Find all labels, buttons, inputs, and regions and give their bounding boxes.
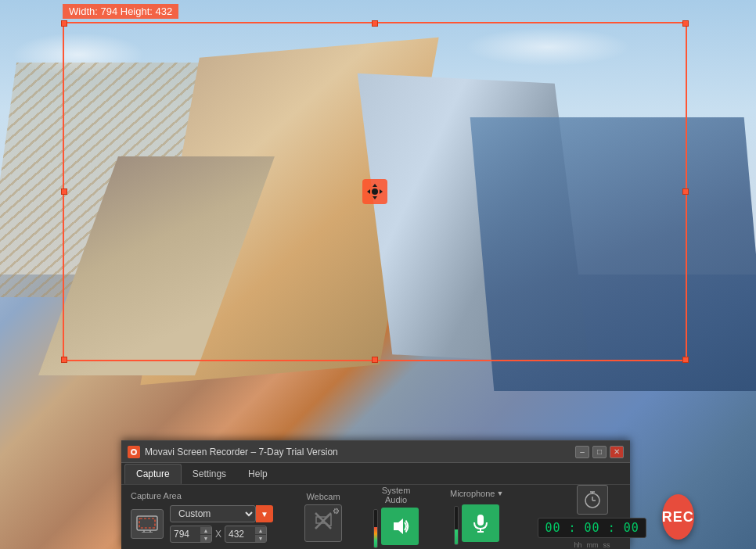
preset-dropdown[interactable]: Custom Full Screen 1920×1080 1280×720 (170, 505, 256, 522)
app-title: Movavi Screen Recorder – 7-Day Trial Ver… (145, 447, 575, 458)
toolbar-panel: Movavi Screen Recorder – 7-Day Trial Ver… (121, 440, 630, 549)
resize-handle-tl[interactable] (61, 20, 67, 27)
height-input-wrap: ▲ ▼ (225, 526, 267, 543)
minimize-button[interactable]: – (575, 446, 589, 458)
webcam-off-icon (313, 511, 333, 536)
svg-marker-2 (373, 196, 377, 199)
timer-mm-label: mm (587, 541, 599, 549)
capture-area-controls: Custom Full Screen 1920×1080 1280×720 ▼ (170, 505, 273, 543)
svg-point-6 (132, 450, 135, 454)
maximize-button[interactable]: □ (592, 446, 607, 458)
system-audio-label: System Audio (373, 486, 419, 504)
width-down-button[interactable]: ▼ (200, 535, 211, 542)
resize-handle-br[interactable] (682, 357, 689, 363)
app-icon (128, 446, 140, 458)
tab-settings[interactable]: Settings (182, 464, 237, 484)
title-bar: Movavi Screen Recorder – 7-Day Trial Ver… (121, 441, 630, 463)
system-audio-controls (373, 508, 419, 548)
gear-icon: ⚙ (333, 507, 340, 515)
system-audio-level-fill (374, 527, 377, 547)
svg-rect-15 (477, 515, 484, 526)
preset-dropdown-row: Custom Full Screen 1920×1080 1280×720 ▼ (170, 505, 273, 522)
resize-handle-bm[interactable] (372, 357, 378, 363)
timer-section: 00 : 00 : 00 hh mm ss (538, 485, 646, 549)
dimension-label: Width: 794 Height: 432 (63, 4, 178, 19)
height-spinner: ▲ ▼ (255, 527, 266, 542)
microphone-controls (454, 504, 499, 545)
screen-select-button[interactable] (131, 509, 164, 539)
timer-display: 00 : 00 : 00 (538, 518, 646, 538)
svg-rect-11 (139, 518, 155, 528)
microphone-toggle-button[interactable] (462, 504, 499, 542)
microphone-dropdown-icon: ▼ (496, 490, 503, 497)
microphone-section: Microphone ▼ (450, 489, 503, 545)
resize-handle-ml[interactable] (61, 188, 67, 195)
width-up-button[interactable]: ▲ (200, 527, 211, 534)
main-controls: Capture Area Custom (121, 485, 630, 549)
tab-capture[interactable]: Capture (124, 464, 182, 484)
height-down-button[interactable]: ▼ (255, 535, 266, 542)
resize-handle-tm[interactable] (372, 20, 378, 27)
capture-area-label: Capture Area (131, 491, 273, 501)
microphone-header: Microphone ▼ (450, 489, 503, 498)
microphone-label: Microphone (450, 489, 495, 498)
width-spinner: ▲ ▼ (200, 527, 211, 542)
webcam-section: Webcam ⚙ (304, 492, 342, 542)
resize-handle-mr[interactable] (682, 188, 689, 195)
resize-handle-tr[interactable] (682, 20, 689, 27)
timer-hh-label: hh (574, 541, 582, 549)
size-input-row: ▲ ▼ X ▲ ▼ (170, 526, 273, 543)
close-button[interactable]: ✕ (610, 446, 624, 458)
microphone-level-bar (454, 506, 459, 545)
window-controls: – □ ✕ (575, 446, 624, 458)
capture-controls: Custom Full Screen 1920×1080 1280×720 ▼ (131, 505, 273, 543)
svg-point-0 (372, 188, 378, 195)
dropdown-arrow-button[interactable]: ▼ (256, 505, 273, 522)
system-audio-level-bar (373, 509, 378, 548)
webcam-button[interactable]: ⚙ (304, 504, 342, 542)
capture-area-section: Capture Area Custom (131, 491, 273, 543)
svg-marker-14 (394, 518, 403, 534)
capture-area-overlay (63, 22, 687, 361)
system-audio-toggle-button[interactable] (381, 508, 419, 545)
system-audio-section: System Audio (373, 486, 419, 548)
width-input-wrap: ▲ ▼ (170, 526, 212, 543)
menu-bar: Capture Settings Help (121, 463, 630, 485)
timer-ss-label: ss (603, 541, 610, 549)
size-x-separator: X (215, 529, 221, 540)
webcam-label: Webcam (306, 492, 340, 501)
record-button[interactable]: REC (662, 494, 694, 540)
microphone-level-fill (455, 529, 458, 544)
timer-clock-button[interactable] (577, 485, 608, 515)
tab-help[interactable]: Help (237, 464, 279, 484)
svg-marker-1 (373, 184, 377, 187)
svg-marker-3 (367, 189, 370, 194)
height-up-button[interactable]: ▲ (255, 527, 266, 534)
timer-labels: hh mm ss (574, 541, 610, 549)
move-cursor-icon[interactable] (362, 179, 387, 204)
resize-handle-bl[interactable] (61, 357, 67, 363)
svg-marker-4 (380, 189, 383, 194)
